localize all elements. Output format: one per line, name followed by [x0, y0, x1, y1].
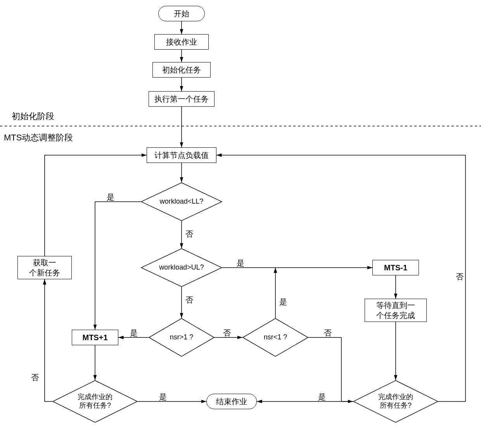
nsr-lt1-decision: nsr<1 ? [242, 318, 308, 357]
phase-mts-label: MTS动态调整阶段 [4, 132, 73, 144]
exec-first-task: 执行第一个任务 [149, 91, 215, 107]
nsrgt-no: 否 [223, 328, 231, 338]
ll-no: 否 [185, 229, 193, 239]
ul-no: 否 [185, 295, 193, 305]
get-new-task: 获取一 个新任务 [17, 256, 72, 279]
nsrlt-yes: 是 [279, 297, 287, 307]
ul-yes: 是 [237, 258, 244, 268]
allleft-no: 否 [31, 372, 39, 383]
calc-load: 计算节点负载值 [147, 147, 216, 163]
wait-task-done: 等待直到一 个任务完成 [365, 299, 427, 322]
end-job-terminal: 结束作业 [206, 394, 257, 409]
nsrlt-no: 否 [324, 328, 332, 338]
mts-plus: MTS+1 [72, 330, 118, 345]
mts-minus: MTS-1 [372, 260, 419, 275]
all-done-left-decision: 完成作业的 所有任务? [52, 380, 138, 423]
receive-job: 接收作业 [154, 34, 209, 50]
init-task: 初始化任务 [152, 62, 211, 78]
workload-ul-decision: workload>UL? [141, 248, 222, 287]
ll-yes: 是 [107, 192, 114, 202]
nsr-gt1-decision: nsr>1 ? [149, 318, 215, 357]
workload-ll-decision: workload<LL? [141, 182, 222, 221]
start-terminal: 开始 [158, 6, 205, 21]
phase-init-label: 初始化阶段 [12, 111, 54, 122]
nsrgt-yes: 是 [130, 328, 138, 338]
allright-yes: 是 [318, 392, 326, 402]
allright-no: 否 [456, 272, 464, 282]
all-done-right-decision: 完成作业的 所有任务? [353, 380, 438, 423]
allleft-yes: 是 [159, 392, 167, 402]
